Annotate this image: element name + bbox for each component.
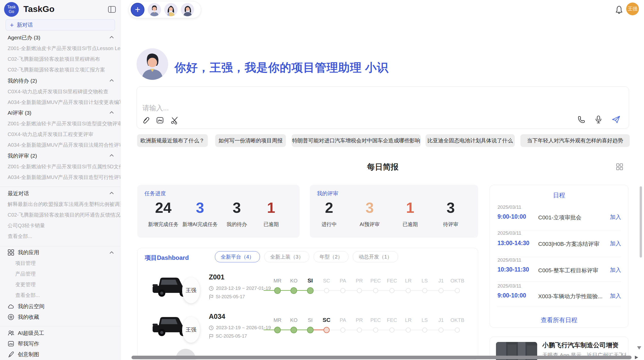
recent-conversation-item[interactable]: 公司Q3轻卡销量 [0,220,121,231]
sidebar-section-ai-review[interactable]: AI评审 (3) [0,108,121,118]
tab-year-model[interactable]: 年型（2） [314,251,348,262]
phone-icon[interactable] [577,115,586,124]
sidebar-item-ai-employee[interactable]: AI超级员工 [0,328,121,338]
join-meeting-link[interactable]: 加入 [610,213,621,221]
chevron-up-icon[interactable] [109,79,114,82]
chevron-up-icon[interactable] [109,154,114,157]
milestone-dot[interactable] [389,288,394,293]
composer-input[interactable]: 请输入... [142,103,169,113]
milestone-dot[interactable] [357,327,362,333]
chevron-up-icon[interactable] [109,191,114,194]
scissors-icon[interactable] [170,116,179,124]
notification-bell-icon[interactable] [615,5,623,14]
chevron-up-icon[interactable] [109,251,114,254]
recent-conversation-item[interactable]: C02-飞腾新能源轻客改款项目的闭环通告反馈情况 [0,209,121,220]
sidebar-item-cloud-space[interactable]: 我的云空间 [0,301,121,312]
milestone-dot[interactable] [438,327,444,333]
add-agent-button[interactable]: + [131,3,144,17]
chevron-up-icon[interactable] [109,36,114,39]
sidebar-task-item[interactable]: A034-全新新能源MUV产品开发项目法规符合性评审 [0,140,121,150]
sidebar-item-favorites[interactable]: 我的收藏 [0,312,121,322]
milestone-dot[interactable] [373,288,378,293]
suggestion-chip[interactable]: 如何写一份清晰的项目周报 [215,134,286,147]
apps-view-all[interactable]: 查看全部... [0,290,121,301]
collapse-sidebar-icon[interactable] [108,6,116,13]
view-all-schedule-link[interactable]: 查看所有日程 [490,316,628,324]
sidebar-item-help-write[interactable]: 帮我写作 [0,338,121,349]
agent-avatar[interactable] [181,3,194,16]
send-icon[interactable] [611,115,621,124]
suggestion-chip[interactable]: 欧洲新规最近颁布了什么？ [137,134,208,147]
stat: 3 待评审 [435,200,466,228]
milestone-dot[interactable] [340,288,345,293]
milestone-dot[interactable] [389,327,394,333]
milestone-dot[interactable] [307,327,314,333]
milestone-dot[interactable] [373,327,378,333]
suggestion-chip[interactable]: 特朗普可能对进口汽车增税会对中国车企造成哪些影响 [292,134,421,147]
join-meeting-link[interactable]: 加入 [610,292,621,300]
recent-view-all[interactable]: 查看全部... [0,231,121,242]
milestone-dot[interactable] [406,327,411,333]
milestone-dot[interactable] [290,287,297,294]
milestone-dot[interactable] [406,288,411,293]
tab-new-platform[interactable]: 全新平台（4） [215,251,260,262]
tab-powertrain[interactable]: 动总开发（1） [353,251,398,262]
vertical-scrollbar[interactable] [640,186,642,258]
milestone-dot[interactable] [274,327,281,333]
sidebar-task-item[interactable]: C02-飞腾新能源轻客改款项目立项汇报方案 [0,64,121,75]
image-icon[interactable] [156,116,164,124]
milestone-dot[interactable] [290,327,297,333]
sidebar-section-my-todo[interactable]: 我的待办 (2) [0,76,121,86]
project-row[interactable]: 王强 A034 2023-12-19 ~ 2026-01-19 SC-2025-… [138,309,478,350]
agent-avatar[interactable] [164,3,178,16]
user-avatar[interactable]: 王强 [626,3,639,15]
milestone-dot[interactable] [274,287,281,294]
tab-new-body[interactable]: 全新上装（3） [264,251,309,262]
join-meeting-link[interactable]: 加入 [610,266,621,274]
app-item-product-mgmt[interactable]: 产品管理 [0,268,121,279]
milestone-dot[interactable] [455,327,460,333]
sidebar-section-agent-done[interactable]: Agent已办 (3) [0,32,121,43]
microphone-icon[interactable] [595,115,602,124]
agent-avatar[interactable] [148,3,161,16]
app-logo: Task Go [4,2,19,17]
horizontal-scrollbar[interactable] [131,356,632,359]
sidebar-task-item[interactable]: C0X4-动力总成开发项目工程变更评审 [0,129,121,140]
sidebar-task-item[interactable]: Z001-全新燃油轻卡产品开发项目SI造型提交物评审 [0,118,121,129]
sidebar-task-item[interactable]: C0X4-动力总成开发项目SI里程碑提交物检查 [0,86,121,97]
scroll-right-arrow-icon[interactable] [635,356,638,359]
news-title[interactable]: 小鹏飞行汽车制造公司增资 [542,341,619,349]
sidebar-section-my-review[interactable]: 我的评审 (2) [0,151,121,161]
project-row[interactable]: 王强 Z001 2023-12-19 ~ 2027-01-19 SI-2025-… [138,270,478,309]
milestone-dot[interactable] [455,288,460,293]
sidebar-task-item[interactable]: C02-飞腾新能源轻客改款项目里程碑画布 [0,54,121,64]
recent-conversation-item[interactable]: 解释最新出台的欧盟报废车法规再生塑料比例被调至15%... [0,199,121,209]
sidebar-section-recent[interactable]: 最近对话 [0,188,121,199]
sidebar-task-item[interactable]: Z001-全新燃油皮卡产品开发项目SI节点Lesson Learn报告 [0,43,121,54]
milestone-dot[interactable] [324,288,329,293]
milestone-dot[interactable] [422,288,427,293]
sidebar-item-creative-draw[interactable]: 创意制图 [0,349,121,360]
divider [497,281,621,282]
milestone-dot[interactable] [438,288,444,293]
dashboard-tabs: 全新平台（4） 全新上装（3） 年型（2） 动总开发（1） [215,251,398,262]
milestone-dot[interactable] [324,327,330,333]
suggestion-chip[interactable]: 当下年轻人对汽车外观有怎样的喜好趋势 [520,134,630,147]
sidebar-task-item[interactable]: Z001-全新燃油轻卡产品开发项目SI节点属性5D文件评审 [0,161,121,172]
milestone-dot[interactable] [340,327,345,333]
join-meeting-link[interactable]: 加入 [610,240,621,247]
app-item-change-mgmt[interactable]: 变更管理 [0,279,121,290]
paperclip-icon[interactable] [142,116,150,124]
sidebar-task-item[interactable]: A034-全新新能源MUV产品开发项目造型可行性评审 [0,172,121,183]
sidebar-task-item[interactable]: A034-全新新能源MUV产品开发项目计划变更表编写 [0,97,121,108]
milestone-dot[interactable] [307,287,314,294]
new-chat-button[interactable]: + 新对话 [6,19,115,31]
milestone-dot[interactable] [357,288,362,293]
app-item-project-mgmt[interactable]: 项目管理 [0,258,121,268]
sidebar-section-my-apps[interactable]: 我的应用 [0,247,121,258]
suggestion-chip[interactable]: 比亚迪全固态电池计划具体说了什么 [426,134,515,147]
milestone-dot[interactable] [422,327,427,333]
chevron-up-icon[interactable] [109,111,114,114]
scroll-down-arrow-icon[interactable] [637,346,641,350]
layout-grid-icon[interactable] [616,163,623,170]
